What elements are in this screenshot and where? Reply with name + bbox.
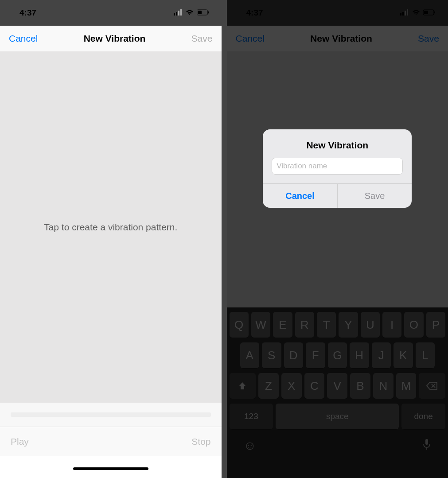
key-h[interactable]: H (350, 342, 369, 368)
cellular-icon (400, 8, 409, 18)
left-phone-screen: 4:37 Cancel New Vibration Save Tap to cr… (0, 0, 222, 478)
keyboard-row-1: Q W E R T Y U I O P (230, 312, 446, 338)
svg-rect-12 (424, 11, 428, 14)
alert-cancel-button[interactable]: Cancel (263, 184, 338, 208)
cancel-button[interactable]: Cancel (9, 33, 38, 44)
key-l[interactable]: L (416, 342, 435, 368)
svg-rect-7 (400, 13, 401, 16)
key-t[interactable]: T (317, 312, 336, 338)
bottom-bar: Play Stop (0, 427, 222, 456)
keyboard-bottom-row: ☺ (230, 434, 446, 453)
key-k[interactable]: K (393, 342, 413, 368)
svg-rect-9 (405, 11, 406, 16)
progress-bar (11, 412, 211, 417)
svg-rect-10 (407, 9, 408, 16)
numbers-key[interactable]: 123 (230, 404, 273, 429)
status-bar: 4:37 (0, 0, 222, 26)
status-bar: 4:37 (227, 0, 448, 26)
alert-save-button: Save (338, 184, 412, 208)
svg-rect-2 (178, 11, 179, 16)
key-a[interactable]: A (240, 342, 260, 368)
cellular-icon (174, 8, 183, 18)
stop-button: Stop (191, 436, 210, 447)
tap-prompt: Tap to create a vibration pattern. (44, 222, 177, 233)
nav-title: New Vibration (310, 33, 372, 44)
vibration-canvas[interactable]: Tap to create a vibration pattern. (0, 51, 222, 403)
key-y[interactable]: Y (339, 312, 358, 338)
status-icons (174, 8, 209, 18)
svg-rect-5 (198, 11, 202, 14)
wifi-icon (412, 8, 421, 18)
cancel-button[interactable]: Cancel (236, 33, 265, 44)
battery-icon (197, 8, 209, 18)
svg-rect-0 (174, 13, 175, 16)
keyboard-row-4: 123 space done (230, 404, 446, 429)
key-p[interactable]: P (426, 312, 445, 338)
key-o[interactable]: O (404, 312, 423, 338)
save-button: Save (191, 33, 213, 44)
key-q[interactable]: Q (230, 312, 249, 338)
alert-input-wrap (263, 158, 412, 183)
nav-bar: Cancel New Vibration Save (0, 26, 222, 51)
battery-icon (423, 8, 436, 18)
key-c[interactable]: C (304, 373, 325, 399)
nav-bar: Cancel New Vibration Save (227, 26, 448, 51)
key-g[interactable]: G (328, 342, 347, 368)
svg-rect-14 (425, 439, 428, 445)
key-v[interactable]: V (327, 373, 347, 399)
key-r[interactable]: R (295, 312, 314, 338)
key-u[interactable]: U (361, 312, 380, 338)
vibration-name-input[interactable] (272, 158, 403, 175)
svg-rect-13 (434, 12, 435, 14)
key-i[interactable]: I (382, 312, 401, 338)
svg-rect-3 (180, 9, 182, 16)
wifi-icon (185, 8, 194, 18)
key-n[interactable]: N (373, 373, 393, 399)
svg-rect-1 (176, 12, 177, 16)
status-time: 4:37 (19, 8, 36, 18)
save-button[interactable]: Save (418, 33, 439, 44)
status-time: 4:37 (246, 8, 263, 18)
done-key[interactable]: done (401, 404, 445, 429)
alert-title: New Vibration (263, 129, 412, 158)
new-vibration-alert: New Vibration Cancel Save (263, 129, 412, 208)
home-indicator[interactable] (73, 467, 148, 470)
key-x[interactable]: X (281, 373, 302, 399)
key-z[interactable]: Z (258, 373, 279, 399)
key-d[interactable]: D (284, 342, 304, 368)
alert-buttons: Cancel Save (263, 183, 412, 208)
play-button: Play (11, 436, 29, 447)
right-phone-screen: 4:37 Cancel New Vibration Save Q W E R T… (227, 0, 448, 478)
key-s[interactable]: S (262, 342, 281, 368)
status-icons (400, 8, 436, 18)
svg-rect-8 (402, 12, 404, 16)
key-w[interactable]: W (251, 312, 270, 338)
svg-rect-6 (208, 12, 209, 14)
space-key[interactable]: space (276, 404, 399, 429)
mic-icon[interactable] (422, 439, 431, 453)
keyboard-row-3: Z X C V B N M (230, 373, 446, 399)
key-m[interactable]: M (396, 373, 417, 399)
key-b[interactable]: B (350, 373, 370, 399)
nav-title: New Vibration (84, 33, 146, 44)
key-j[interactable]: J (372, 342, 391, 368)
key-e[interactable]: E (273, 312, 292, 338)
progress-area (0, 403, 222, 427)
keyboard: Q W E R T Y U I O P A S D F G H J K L Z … (227, 307, 448, 478)
shift-key[interactable] (230, 373, 256, 399)
emoji-icon[interactable]: ☺ (244, 439, 257, 453)
key-f[interactable]: F (306, 342, 325, 368)
keyboard-row-2: A S D F G H J K L (230, 342, 446, 368)
delete-key[interactable] (419, 373, 445, 399)
